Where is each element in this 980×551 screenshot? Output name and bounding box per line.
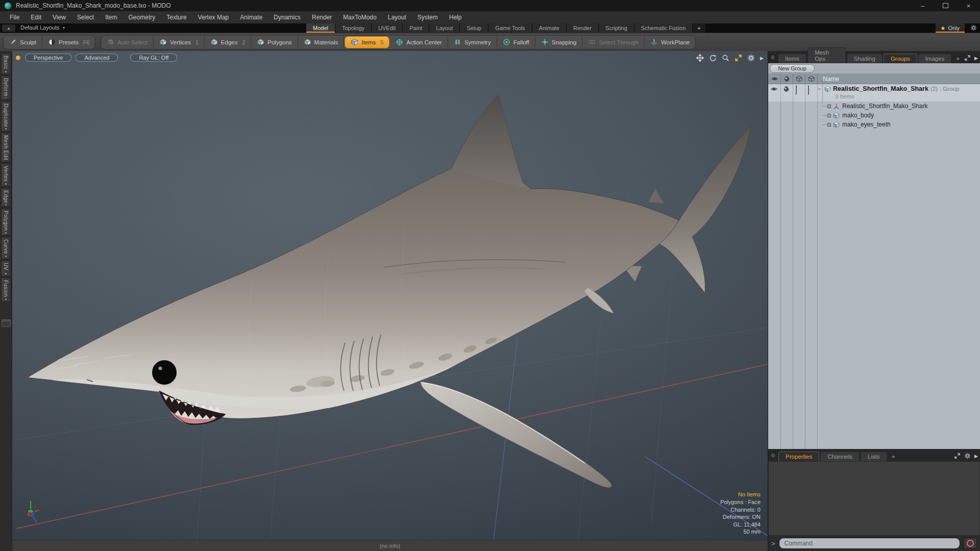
symmetry-button[interactable]: Symmetry: [448, 36, 497, 49]
tool-tab-vertex[interactable]: Vertex: [1, 163, 11, 187]
tab-lists[interactable]: Lists: [861, 452, 887, 461]
expand-panel-icon[interactable]: [954, 453, 961, 459]
group-checkbox[interactable]: [808, 85, 809, 95]
tool-tab-deform[interactable]: Deform: [1, 76, 11, 100]
viewport-flyout-icon[interactable]: ▶: [760, 56, 764, 61]
menu-layout[interactable]: Layout: [382, 12, 412, 23]
menu-view[interactable]: View: [47, 12, 71, 23]
eye-icon[interactable]: [771, 86, 777, 92]
tab-topology[interactable]: Topology: [335, 23, 371, 33]
tool-tab-edge[interactable]: Edge: [1, 188, 11, 207]
tab-items[interactable]: Items: [778, 54, 806, 63]
tab-animate[interactable]: Animate: [532, 23, 566, 33]
menu-vertex-map[interactable]: Vertex Map: [192, 12, 235, 23]
presets-button[interactable]: PresetsF6: [42, 36, 95, 49]
rotate-icon[interactable]: [709, 54, 717, 62]
maximize-viewport-icon[interactable]: [734, 54, 742, 62]
gear-icon[interactable]: [964, 453, 971, 459]
menu-animate[interactable]: Animate: [234, 12, 268, 23]
materials-mode-button[interactable]: Materials: [298, 36, 345, 49]
group-name[interactable]: Realistic_Shortfin_Mako_Shark: [833, 85, 928, 92]
minimize-button[interactable]: –: [911, 0, 934, 11]
tab-setup[interactable]: Setup: [460, 23, 488, 33]
tab-layout[interactable]: Layout: [429, 23, 459, 33]
ray-gl-button[interactable]: Ray GL: Off: [130, 54, 177, 62]
menu-select[interactable]: Select: [71, 12, 100, 23]
layout-switcher[interactable]: Default Layouts▼: [20, 24, 65, 31]
shark-model[interactable]: [28, 95, 751, 487]
menu-maxtomodo[interactable]: MaxToModo: [337, 12, 382, 23]
add-panel-tab-button[interactable]: +: [952, 54, 963, 63]
maximize-button[interactable]: [934, 0, 957, 11]
workplane-button[interactable]: WorkPlane: [645, 36, 695, 49]
auto-select-button[interactable]: Auto Select: [101, 36, 154, 49]
perspective-button[interactable]: Perspective: [25, 54, 71, 62]
new-group-button[interactable]: New Group: [770, 64, 815, 73]
tab-scripting[interactable]: Scripting: [599, 23, 634, 33]
menu-render[interactable]: Render: [306, 12, 337, 23]
add-layout-tab-button[interactable]: +: [693, 23, 705, 33]
select-through-button[interactable]: Select Through: [582, 36, 645, 49]
tab-shading[interactable]: Shading: [847, 54, 883, 63]
palette-icon[interactable]: [2, 319, 11, 327]
tab-model[interactable]: Model: [306, 23, 335, 33]
tab-schematic-fusion[interactable]: Schematic Fusion: [634, 23, 692, 33]
tool-tab-basic[interactable]: Basic: [1, 53, 11, 74]
shark-model-canvas[interactable]: [12, 51, 768, 540]
viewport-settings-gear-icon[interactable]: [747, 54, 755, 62]
snapping-button[interactable]: Snapping: [535, 36, 583, 49]
render-column-icon[interactable]: [783, 76, 790, 82]
tool-tab-uv[interactable]: UV: [1, 260, 11, 277]
panel-thumb-icon[interactable]: [770, 55, 775, 60]
panel-flyout-icon[interactable]: ▶: [974, 454, 978, 459]
sculpt-button[interactable]: Sculpt: [4, 36, 42, 49]
viewport-menu-dot[interactable]: [15, 55, 21, 61]
only-filter-button[interactable]: ★Only: [936, 23, 965, 33]
tab-paint[interactable]: Paint: [403, 23, 429, 33]
tab-properties[interactable]: Properties: [778, 452, 819, 461]
shading-mode-button[interactable]: Advanced: [76, 54, 118, 62]
record-macro-button[interactable]: [964, 538, 977, 549]
visibility-column-eye-icon[interactable]: [771, 76, 778, 82]
tool-tab-mesh-edit[interactable]: Mesh Edit: [1, 133, 11, 162]
items-mode-button[interactable]: Items5: [345, 36, 389, 48]
tab-channels[interactable]: Channels: [820, 452, 860, 461]
add-properties-tab-button[interactable]: +: [888, 452, 899, 461]
edges-mode-button[interactable]: Edges2: [205, 36, 251, 49]
tab-mesh-ops[interactable]: Mesh Ops: [807, 47, 846, 63]
viewport-3d[interactable]: Perspective Advanced Ray GL: Off ▶ No It…: [12, 51, 768, 540]
tree-bullet[interactable]: [827, 114, 831, 117]
render-toggle-icon[interactable]: [783, 86, 790, 92]
pan-icon[interactable]: [696, 54, 704, 62]
tab-uvedit[interactable]: UVEdit: [372, 23, 402, 33]
tree-bullet[interactable]: [827, 105, 831, 108]
action-center-button[interactable]: Action Center: [390, 36, 448, 49]
menu-system[interactable]: System: [412, 12, 444, 23]
tool-tab-fusion[interactable]: Fusion: [1, 278, 11, 302]
expand-panel-icon[interactable]: [964, 55, 971, 61]
tab-game-tools[interactable]: Game Tools: [488, 23, 532, 33]
tool-tab-polygon[interactable]: Polygon: [1, 208, 11, 236]
group-checkbox[interactable]: [796, 85, 797, 95]
tree-item-mako-eyes-teeth[interactable]: mako_eyes_teeth: [768, 120, 980, 129]
menu-geometry[interactable]: Geometry: [123, 12, 161, 23]
menu-file[interactable]: File: [4, 12, 25, 23]
tab-render[interactable]: Render: [567, 23, 598, 33]
close-button[interactable]: ×: [957, 0, 980, 11]
tool-tab-curve[interactable]: Curve: [1, 237, 11, 259]
panel-thumb-icon[interactable]: [770, 453, 776, 458]
zoom-icon[interactable]: [722, 54, 729, 62]
menu-texture[interactable]: Texture: [161, 12, 192, 23]
command-input[interactable]: [779, 538, 960, 549]
tree-bullet[interactable]: [827, 123, 831, 127]
panel-flyout-icon[interactable]: ▶: [974, 56, 978, 61]
tree-item-locator[interactable]: Realistic_Shortfin_Mako_Shark: [768, 102, 980, 111]
vertices-mode-button[interactable]: Vertices1: [154, 36, 205, 49]
tab-groups[interactable]: Groups: [884, 54, 917, 63]
falloff-button[interactable]: Falloff: [497, 36, 535, 49]
group-tree-row[interactable]: − Realistic_Shortfin_Mako_Shark (2) : Gr…: [768, 84, 980, 102]
tool-tab-duplicate[interactable]: Duplicate: [1, 101, 11, 132]
menu-item[interactable]: Item: [100, 12, 122, 23]
tree-item-mako-body[interactable]: mako_body: [768, 111, 980, 120]
polygons-mode-button[interactable]: Polygons: [251, 36, 298, 49]
